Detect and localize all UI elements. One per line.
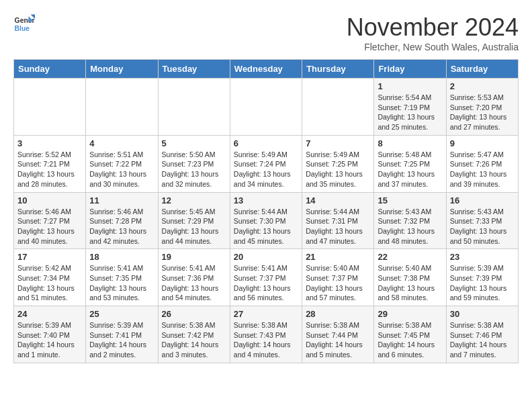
day-info: Sunrise: 5:54 AM Sunset: 7:19 PM Dayligh…: [378, 93, 442, 132]
day-number: 19: [162, 252, 226, 262]
calendar-cell: 12Sunrise: 5:45 AM Sunset: 7:29 PM Dayli…: [158, 192, 230, 249]
day-number: 21: [306, 252, 370, 262]
calendar-cell: [158, 79, 230, 136]
logo-icon: General Blue: [13, 13, 35, 35]
calendar-cell: 6Sunrise: 5:49 AM Sunset: 7:24 PM Daylig…: [230, 135, 302, 192]
week-row-4: 17Sunrise: 5:42 AM Sunset: 7:34 PM Dayli…: [14, 249, 519, 306]
calendar-cell: 24Sunrise: 5:39 AM Sunset: 7:40 PM Dayli…: [14, 306, 86, 363]
week-row-2: 3Sunrise: 5:52 AM Sunset: 7:21 PM Daylig…: [14, 135, 519, 192]
day-number: 17: [17, 252, 82, 262]
day-info: Sunrise: 5:38 AM Sunset: 7:45 PM Dayligh…: [378, 320, 442, 360]
calendar-cell: 22Sunrise: 5:40 AM Sunset: 7:38 PM Dayli…: [374, 249, 446, 306]
weekday-header-saturday: Saturday: [446, 60, 518, 79]
weekday-header-row: SundayMondayTuesdayWednesdayThursdayFrid…: [14, 60, 519, 79]
day-number: 2: [450, 81, 515, 91]
calendar-cell: 30Sunrise: 5:38 AM Sunset: 7:46 PM Dayli…: [446, 306, 518, 363]
day-info: Sunrise: 5:38 AM Sunset: 7:42 PM Dayligh…: [162, 320, 226, 360]
calendar-cell: [14, 79, 86, 136]
day-info: Sunrise: 5:48 AM Sunset: 7:25 PM Dayligh…: [378, 150, 442, 189]
day-info: Sunrise: 5:50 AM Sunset: 7:23 PM Dayligh…: [162, 150, 226, 189]
day-info: Sunrise: 5:44 AM Sunset: 7:31 PM Dayligh…: [306, 207, 370, 246]
calendar-cell: 2Sunrise: 5:53 AM Sunset: 7:20 PM Daylig…: [446, 79, 518, 136]
day-info: Sunrise: 5:39 AM Sunset: 7:39 PM Dayligh…: [450, 263, 515, 303]
day-number: 26: [162, 309, 226, 319]
day-number: 29: [378, 309, 442, 319]
logo: General Blue: [13, 13, 35, 35]
weekday-header-monday: Monday: [86, 60, 158, 79]
calendar-cell: [302, 79, 374, 136]
calendar-cell: 14Sunrise: 5:44 AM Sunset: 7:31 PM Dayli…: [302, 192, 374, 249]
calendar-cell: 27Sunrise: 5:38 AM Sunset: 7:43 PM Dayli…: [230, 306, 302, 363]
day-info: Sunrise: 5:47 AM Sunset: 7:26 PM Dayligh…: [450, 150, 515, 189]
day-number: 30: [450, 309, 515, 319]
day-number: 10: [17, 195, 82, 205]
day-number: 13: [234, 195, 298, 205]
calendar-cell: 10Sunrise: 5:46 AM Sunset: 7:27 PM Dayli…: [14, 192, 86, 249]
calendar-cell: 28Sunrise: 5:38 AM Sunset: 7:44 PM Dayli…: [302, 306, 374, 363]
week-row-5: 24Sunrise: 5:39 AM Sunset: 7:40 PM Dayli…: [14, 306, 519, 363]
day-number: 20: [234, 252, 298, 262]
day-info: Sunrise: 5:41 AM Sunset: 7:36 PM Dayligh…: [162, 263, 226, 303]
weekday-header-tuesday: Tuesday: [158, 60, 230, 79]
day-number: 23: [450, 252, 515, 262]
day-info: Sunrise: 5:39 AM Sunset: 7:41 PM Dayligh…: [89, 320, 154, 360]
day-info: Sunrise: 5:52 AM Sunset: 7:21 PM Dayligh…: [17, 150, 82, 189]
day-number: 15: [378, 195, 442, 205]
day-info: Sunrise: 5:38 AM Sunset: 7:44 PM Dayligh…: [306, 320, 370, 360]
day-info: Sunrise: 5:38 AM Sunset: 7:46 PM Dayligh…: [450, 320, 515, 360]
calendar-cell: [230, 79, 302, 136]
day-number: 12: [162, 195, 226, 205]
day-number: 24: [17, 309, 82, 319]
day-info: Sunrise: 5:39 AM Sunset: 7:40 PM Dayligh…: [17, 320, 82, 360]
day-number: 16: [450, 195, 515, 205]
day-info: Sunrise: 5:44 AM Sunset: 7:30 PM Dayligh…: [234, 207, 298, 246]
day-number: 25: [89, 309, 154, 319]
day-number: 3: [17, 138, 82, 148]
calendar-cell: 29Sunrise: 5:38 AM Sunset: 7:45 PM Dayli…: [374, 306, 446, 363]
day-info: Sunrise: 5:42 AM Sunset: 7:34 PM Dayligh…: [17, 263, 82, 303]
calendar-cell: 13Sunrise: 5:44 AM Sunset: 7:30 PM Dayli…: [230, 192, 302, 249]
day-info: Sunrise: 5:51 AM Sunset: 7:22 PM Dayligh…: [89, 150, 154, 189]
calendar-cell: 26Sunrise: 5:38 AM Sunset: 7:42 PM Dayli…: [158, 306, 230, 363]
day-info: Sunrise: 5:41 AM Sunset: 7:37 PM Dayligh…: [234, 263, 298, 303]
day-info: Sunrise: 5:53 AM Sunset: 7:20 PM Dayligh…: [450, 93, 515, 132]
calendar-cell: 15Sunrise: 5:43 AM Sunset: 7:32 PM Dayli…: [374, 192, 446, 249]
calendar-cell: 19Sunrise: 5:41 AM Sunset: 7:36 PM Dayli…: [158, 249, 230, 306]
weekday-header-wednesday: Wednesday: [230, 60, 302, 79]
day-info: Sunrise: 5:38 AM Sunset: 7:43 PM Dayligh…: [234, 320, 298, 360]
location: Fletcher, New South Wales, Australia: [347, 42, 519, 52]
day-number: 28: [306, 309, 370, 319]
weekday-header-thursday: Thursday: [302, 60, 374, 79]
title-block: November 2024 Fletcher, New South Wales,…: [347, 13, 519, 52]
day-number: 8: [378, 138, 442, 148]
weekday-header-friday: Friday: [374, 60, 446, 79]
calendar-cell: 16Sunrise: 5:43 AM Sunset: 7:33 PM Dayli…: [446, 192, 518, 249]
week-row-1: 1Sunrise: 5:54 AM Sunset: 7:19 PM Daylig…: [14, 79, 519, 136]
day-info: Sunrise: 5:46 AM Sunset: 7:27 PM Dayligh…: [17, 207, 82, 246]
page-header: General Blue November 2024 Fletcher, New…: [13, 13, 519, 52]
day-number: 7: [306, 138, 370, 148]
day-info: Sunrise: 5:46 AM Sunset: 7:28 PM Dayligh…: [89, 207, 154, 246]
calendar-cell: 7Sunrise: 5:49 AM Sunset: 7:25 PM Daylig…: [302, 135, 374, 192]
day-number: 11: [89, 195, 154, 205]
calendar-cell: 1Sunrise: 5:54 AM Sunset: 7:19 PM Daylig…: [374, 79, 446, 136]
calendar-cell: 18Sunrise: 5:41 AM Sunset: 7:35 PM Dayli…: [86, 249, 158, 306]
calendar-cell: 21Sunrise: 5:40 AM Sunset: 7:37 PM Dayli…: [302, 249, 374, 306]
calendar-cell: 3Sunrise: 5:52 AM Sunset: 7:21 PM Daylig…: [14, 135, 86, 192]
svg-text:Blue: Blue: [15, 25, 30, 32]
day-info: Sunrise: 5:43 AM Sunset: 7:32 PM Dayligh…: [378, 207, 442, 246]
day-info: Sunrise: 5:40 AM Sunset: 7:37 PM Dayligh…: [306, 263, 370, 303]
day-number: 22: [378, 252, 442, 262]
day-number: 4: [89, 138, 154, 148]
day-number: 14: [306, 195, 370, 205]
month-title: November 2024: [347, 13, 519, 42]
calendar-cell: 25Sunrise: 5:39 AM Sunset: 7:41 PM Dayli…: [86, 306, 158, 363]
day-number: 6: [234, 138, 298, 148]
day-number: 1: [378, 81, 442, 91]
calendar-cell: 20Sunrise: 5:41 AM Sunset: 7:37 PM Dayli…: [230, 249, 302, 306]
day-info: Sunrise: 5:49 AM Sunset: 7:24 PM Dayligh…: [234, 150, 298, 189]
day-number: 27: [234, 309, 298, 319]
day-info: Sunrise: 5:49 AM Sunset: 7:25 PM Dayligh…: [306, 150, 370, 189]
calendar-cell: 5Sunrise: 5:50 AM Sunset: 7:23 PM Daylig…: [158, 135, 230, 192]
calendar-cell: 8Sunrise: 5:48 AM Sunset: 7:25 PM Daylig…: [374, 135, 446, 192]
